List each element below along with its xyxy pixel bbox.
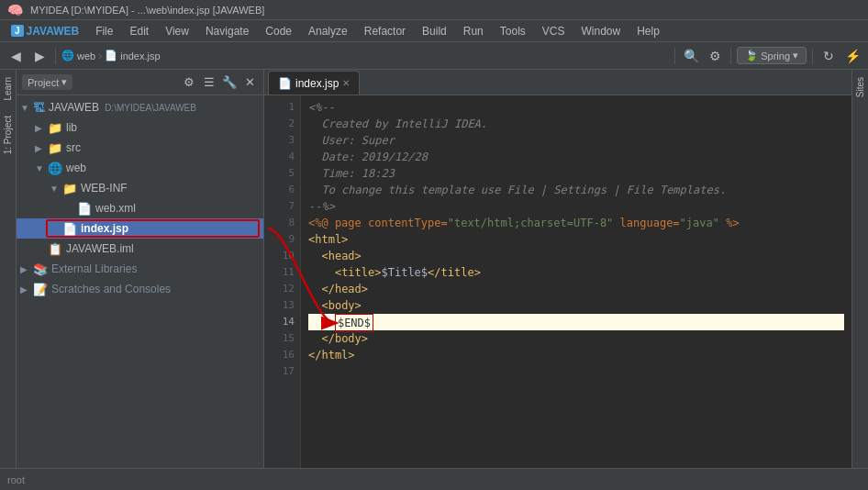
code-line-1: <%-- [308, 99, 844, 116]
file-iml-icon: 📋 [48, 242, 62, 256]
tree-label-webinf: WEB-INF [81, 182, 128, 195]
code-line-2: Created by IntelliJ IDEA. [308, 116, 844, 132]
tree-label-web: web [66, 161, 86, 174]
project-side-tab[interactable]: 1: Project [1, 108, 15, 161]
tree-item-indexjsp[interactable]: ▶ 📄 index.jsp [17, 218, 263, 239]
menu-tools[interactable]: Tools [493, 23, 533, 39]
tree-item-lib[interactable]: ▶ 📁 lib [17, 117, 263, 138]
tab-indexjsp[interactable]: 📄 index.jsp ✕ [268, 71, 360, 95]
project-dropdown-arrow: ▾ [61, 76, 67, 88]
sidebar-settings-btn[interactable]: ⚙ [181, 74, 197, 91]
tree-item-extlibs[interactable]: ▶ 📚 External Libraries [17, 259, 263, 279]
tree-arrow-javaweb: ▼ [20, 103, 31, 113]
tree-label-lib: lib [66, 121, 77, 134]
statusbar: root [0, 468, 868, 490]
sidebar-config-btn[interactable]: 🔧 [221, 74, 238, 91]
code-line-11: <title>$Title$</title> [308, 264, 844, 281]
breadcrumb-web: web [77, 50, 95, 61]
main-layout: Learn 1: Project Project ▾ ⚙ ☰ 🔧 ✕ ▼ 🏗 J… [0, 70, 868, 468]
code-line-9: <html> [308, 231, 844, 248]
left-side-tabs: Learn 1: Project [0, 70, 17, 468]
scratches-icon: 📝 [33, 283, 48, 296]
learn-tab[interactable]: Learn [1, 70, 15, 108]
tree-label-src: src [66, 141, 81, 154]
project-tree: ▼ 🏗 JAVAWEB D:\MYIDEA\JAVAWEB ▶ 📁 lib ▶ … [17, 95, 263, 468]
settings-btn[interactable]: ⚙ [705, 46, 725, 66]
tree-item-webxml[interactable]: ▶ 📄 web.xml [17, 198, 263, 218]
line-num-14: 14 [264, 314, 300, 330]
file-indexjsp-icon: 📄 [62, 222, 77, 236]
breadcrumb-area: 🌐 web › 📄 index.jsp [61, 50, 669, 62]
line-numbers: 1 2 3 4 5 6 7 8 9 10 11 12 13 14 15 16 1 [264, 95, 301, 468]
titlebar-text: MYIDEA [D:\MYIDEA] - ...\web\index.jsp [… [30, 5, 264, 16]
line-num-4: 4 [264, 149, 300, 165]
menu-edit[interactable]: Edit [122, 23, 156, 39]
indexjsp-highlight-box [46, 219, 260, 238]
line-num-15: 15 [264, 330, 300, 347]
sidebar-filter-btn[interactable]: ☰ [201, 74, 217, 91]
spring-dropdown-arrow: ▾ [793, 50, 798, 61]
menu-vcs[interactable]: VCS [535, 23, 573, 39]
code-line-5: Time: 18:23 [308, 165, 844, 182]
end-marker: $END$ [335, 314, 373, 332]
tree-item-javaweb[interactable]: ▼ 🏗 JAVAWEB D:\MYIDEA\JAVAWEB [17, 97, 263, 117]
tree-arrow-extlibs: ▶ [20, 264, 31, 274]
line-num-9: 9 [264, 231, 300, 248]
menu-code[interactable]: Code [258, 23, 299, 39]
code-line-10: <head> [308, 248, 844, 264]
menu-run[interactable]: Run [456, 23, 491, 39]
sites-tab[interactable]: Sites [853, 70, 867, 105]
editor-wrapper: 1 2 3 4 5 6 7 8 9 10 11 12 13 14 15 16 1 [264, 95, 851, 468]
line-num-7: 7 [264, 198, 300, 215]
tree-arrow-webinf: ▼ [50, 184, 61, 194]
tab-indexjsp-icon: 📄 [278, 77, 292, 90]
editor-content[interactable]: 1 2 3 4 5 6 7 8 9 10 11 12 13 14 15 16 1 [264, 95, 851, 468]
toolbar-sep-4 [812, 48, 813, 64]
menu-build[interactable]: Build [415, 23, 454, 39]
editor-area: 📄 index.jsp ✕ 1 2 3 4 5 6 7 8 9 [264, 70, 851, 468]
power-btn[interactable]: ⚡ [842, 46, 862, 66]
tree-item-scratches[interactable]: ▶ 📝 Scratches and Consoles [17, 279, 263, 299]
menu-window[interactable]: Window [573, 23, 628, 39]
menu-navigate[interactable]: Navigate [198, 23, 256, 39]
tree-label-webxml: web.xml [95, 202, 136, 215]
search-everywhere-btn[interactable]: 🔍 [681, 46, 701, 66]
back-btn[interactable]: ◀ [6, 46, 26, 66]
code-line-12: </head> [308, 281, 844, 297]
code-line-14: $END$ [308, 314, 844, 330]
tree-item-webinf[interactable]: ▼ 📁 WEB-INF [17, 178, 263, 198]
code-line-4: Date: 2019/12/28 [308, 149, 844, 165]
tree-item-web[interactable]: ▼ 🌐 web [17, 158, 263, 178]
breadcrumb-sep: › [98, 50, 102, 62]
menu-help[interactable]: Help [629, 23, 667, 39]
tab-indexjsp-label: index.jsp [295, 77, 339, 90]
menu-analyze[interactable]: Analyze [301, 23, 355, 39]
menu-file[interactable]: File [88, 23, 120, 39]
line-num-2: 2 [264, 116, 300, 132]
breadcrumb-file-icon: 📄 [105, 50, 117, 61]
menu-refactor[interactable]: Refactor [357, 23, 413, 39]
toolbar-sep-3 [730, 48, 731, 64]
project-dropdown[interactable]: Project ▾ [22, 74, 72, 90]
menu-javaweb[interactable]: J JAVAWEB [4, 23, 86, 39]
project-label-text: Project [28, 77, 59, 88]
menubar: J JAVAWEB File Edit View Navigate Code A… [0, 20, 868, 42]
tree-label-javaweb: JAVAWEB [49, 101, 99, 114]
line-num-17: 17 [264, 363, 300, 380]
code-area[interactable]: <%-- Created by IntelliJ IDEA. User: Sup… [301, 95, 851, 468]
spring-dropdown[interactable]: 🍃 Spring ▾ [737, 47, 807, 64]
sidebar-close-btn[interactable]: ✕ [241, 74, 258, 91]
line-num-8: 8 [264, 215, 300, 231]
code-line-7: --%> [308, 198, 844, 215]
line-num-13: 13 [264, 297, 300, 314]
tab-close-btn[interactable]: ✕ [342, 78, 350, 88]
code-line-3: User: Super [308, 132, 844, 149]
sidebar-header: Project ▾ ⚙ ☰ 🔧 ✕ [17, 70, 263, 95]
refresh-btn[interactable]: ↻ [818, 46, 839, 66]
breadcrumb-icon: 🌐 [61, 50, 74, 61]
statusbar-text: root [7, 474, 25, 485]
tree-item-iml[interactable]: ▶ 📋 JAVAWEB.iml [17, 239, 263, 259]
forward-btn[interactable]: ▶ [29, 46, 50, 66]
tree-item-src[interactable]: ▶ 📁 src [17, 138, 263, 158]
menu-view[interactable]: View [158, 23, 196, 39]
